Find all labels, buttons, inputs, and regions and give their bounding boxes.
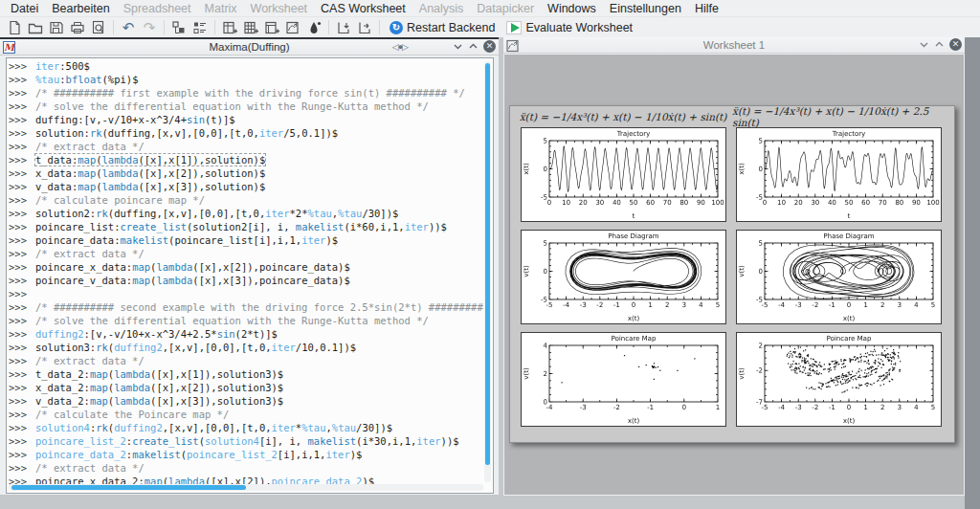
poincare-map-plot-1[interactable] <box>521 332 726 427</box>
open-folder-icon[interactable] <box>25 18 46 36</box>
new-datapicker-icon[interactable] <box>303 18 324 36</box>
dock-close-icon[interactable]: ✕ <box>483 40 496 53</box>
console-line: >>>%tau:bfloat(%pi)$ <box>9 73 483 86</box>
evaluate-play-icon <box>506 21 522 34</box>
console-line: >>>v_data_2:map(lambda([x],x[3]),solutio… <box>9 394 483 408</box>
console-line: >>> <box>9 287 483 300</box>
console-horizontal-scrollbar[interactable] <box>9 484 483 491</box>
evaluate-worksheet-label: Evaluate Worksheet <box>525 21 633 34</box>
console-line: >>>poincare_v_data:map(lambda([x],x[3]),… <box>9 274 483 287</box>
redo-icon: ↷ <box>139 18 160 36</box>
equation-label-2[interactable]: ẍ(t) = −1/4x³(t) + x(t) − 1/10ẋ(t) + 2.5… <box>732 108 950 125</box>
new-matrix-icon[interactable] <box>240 18 261 36</box>
console-line: >>>/* calculate poincare map */ <box>9 193 483 207</box>
worksheet-close-icon[interactable]: ✕ <box>949 38 962 51</box>
console-line: >>>/* solve the differential equation wi… <box>9 100 483 113</box>
console-line: >>>poincare_data_2:makelist(poincare_lis… <box>9 448 483 461</box>
worksheet-dock-titlebar[interactable]: Worksheet 1 ✕ <box>503 37 965 54</box>
new-spreadsheet-icon[interactable] <box>219 18 240 36</box>
worksheet-dock-title: Worksheet 1 <box>503 39 965 51</box>
console-line: >>>t_data_2:map(lambda([x],x[1]),solutio… <box>9 367 483 381</box>
console-line: >>>/* ########## first example with the … <box>9 86 483 100</box>
restart-backend-label: Restart Backend <box>407 21 495 34</box>
menu-worksheet: Worksheet <box>244 1 315 16</box>
menu-windows[interactable]: Windows <box>541 1 603 16</box>
menu-datei[interactable]: Datei <box>4 1 45 16</box>
trajectory-plot-2[interactable] <box>736 127 942 222</box>
maxima-console-dock: M Maxima(Duffing) ◁●▷ ✕ >>>iter:500$>>>%… <box>0 37 499 495</box>
menu-bar: Datei Bearbeiten Spreadsheet Matrix Work… <box>0 0 980 17</box>
maxima-dock-title: Maxima(Duffing) <box>0 41 499 53</box>
maxima-console[interactable]: >>>iter:500$>>>%tau:bfloat(%pi)$>>>/* ##… <box>6 57 494 494</box>
project-explorer-icon[interactable] <box>168 18 189 36</box>
console-line: >>>/* calculate the Poincare map */ <box>9 408 483 421</box>
trajectory-plot-1[interactable] <box>521 127 726 222</box>
worksheet-collapse-icon[interactable] <box>919 39 929 50</box>
window-right-margin <box>965 37 980 509</box>
console-line: >>>/* solve the differential equation wi… <box>9 314 483 327</box>
console-line: >>>poincare_list:create_list(solution2[i… <box>9 220 483 233</box>
console-line: >>>/* extract data */ <box>9 247 483 260</box>
new-cas-worksheet-icon[interactable] <box>282 18 303 36</box>
new-workbook-icon[interactable] <box>261 18 282 36</box>
evaluate-worksheet-button[interactable]: Evaluate Worksheet <box>501 20 638 35</box>
print-icon[interactable] <box>67 18 88 36</box>
import-icon[interactable] <box>333 18 354 36</box>
menu-datapicker: Datapicker <box>470 1 541 16</box>
console-line: >>>v_data:map(lambda([x],x[3]),solution)… <box>9 180 483 193</box>
console-line: >>>solution2:rk(duffing,[x,v],[0,0],[t,0… <box>9 207 483 220</box>
worksheet-view[interactable]: ẍ(t) = −1/4x³(t) + x(t) − 1/10ẋ(t) + sin… <box>504 55 964 495</box>
menu-einstellungen[interactable]: Einstellungen <box>603 1 688 16</box>
phase-diagram-plot-2[interactable] <box>736 230 942 324</box>
menu-analysis: Analysis <box>412 1 471 16</box>
console-line: >>>duffing2:[v,-v/10+x-x^3/4+2.5*sin(2*t… <box>9 327 483 341</box>
main-toolbar: ↶ ↷ ↻ Restart Backend Evaluate Worksheet <box>0 17 980 37</box>
undo-icon[interactable]: ↶ <box>118 18 139 36</box>
console-line: >>>/* ########## second example with the… <box>9 300 483 314</box>
worksheet-page: ẍ(t) = −1/4x³(t) + x(t) − 1/10ẋ(t) + sin… <box>509 105 955 443</box>
restart-backend-button[interactable]: ↻ Restart Backend <box>384 20 501 35</box>
workspace: M Maxima(Duffing) ◁●▷ ✕ >>>iter:500$>>>%… <box>0 37 980 509</box>
console-line: >>>solution3:rk(duffing2,[x,v],[0,0],[t,… <box>9 341 483 354</box>
console-line: >>>iter:500$ <box>9 59 483 73</box>
console-line: >>>solution4:rk(duffing2,[x,v],[0,0],[t,… <box>9 421 483 434</box>
save-icon[interactable] <box>46 18 67 36</box>
console-line: >>>/* extract data */ <box>9 461 483 475</box>
console-line: >>>x_data_2:map(lambda([x],x[2]),solutio… <box>9 381 483 394</box>
properties-list-icon[interactable] <box>189 18 211 36</box>
new-document-icon[interactable] <box>4 18 25 36</box>
console-vertical-scrollbar[interactable] <box>484 61 491 482</box>
console-line: >>>poincare_list_2:create_list(solution4… <box>9 434 483 448</box>
console-line: >>>x_data:map(lambda([x],x[2]),solution)… <box>9 166 483 180</box>
console-line: >>>/* extract data */ <box>9 140 483 153</box>
console-line: >>>poincare_data:makelist(poincare_list[… <box>9 233 483 247</box>
console-line: >>>t_data:map(lambda([x],x[1]),solution)… <box>9 153 483 166</box>
equation-label-1[interactable]: ẍ(t) = −1/4x³(t) + x(t) − 1/10ẋ(t) + sin… <box>516 108 730 125</box>
menu-spreadsheet: Spreadsheet <box>117 1 198 16</box>
menu-cas-worksheet[interactable]: CAS Worksheet <box>314 1 412 16</box>
dock-float-icon[interactable]: ◁●▷ <box>392 42 408 52</box>
export-icon[interactable] <box>354 18 375 36</box>
console-line: >>>duffing:[v,-v/10+x-x^3/4+sin(t)]$ <box>9 113 483 126</box>
maxima-dock-titlebar[interactable]: M Maxima(Duffing) ◁●▷ ✕ <box>0 39 499 55</box>
phase-diagram-plot-1[interactable] <box>521 230 726 324</box>
print-preview-icon[interactable] <box>88 18 109 36</box>
restart-icon: ↻ <box>390 21 403 34</box>
console-text-area[interactable]: >>>iter:500$>>>%tau:bfloat(%pi)$>>>/* ##… <box>9 59 483 486</box>
menu-bearbeiten[interactable]: Bearbeiten <box>45 1 116 16</box>
console-line: >>>solution:rk(duffing,[x,v],[0,0],[t,0,… <box>9 126 483 140</box>
worksheet-expand-icon[interactable] <box>934 39 945 50</box>
poincare-map-plot-2[interactable] <box>736 332 942 427</box>
console-line: >>>poincare_x_data:map(lambda([x],x[2]),… <box>9 260 483 274</box>
menu-matrix: Matrix <box>198 1 244 16</box>
dock-collapse-icon[interactable] <box>453 41 463 52</box>
worksheet-dock: Worksheet 1 ✕ ẍ(t) = −1/4x³(t) + x(t) − … <box>503 37 965 496</box>
console-line: >>>/* extract data */ <box>9 354 483 367</box>
dock-expand-icon[interactable] <box>468 41 479 52</box>
menu-hilfe[interactable]: Hilfe <box>688 1 725 16</box>
